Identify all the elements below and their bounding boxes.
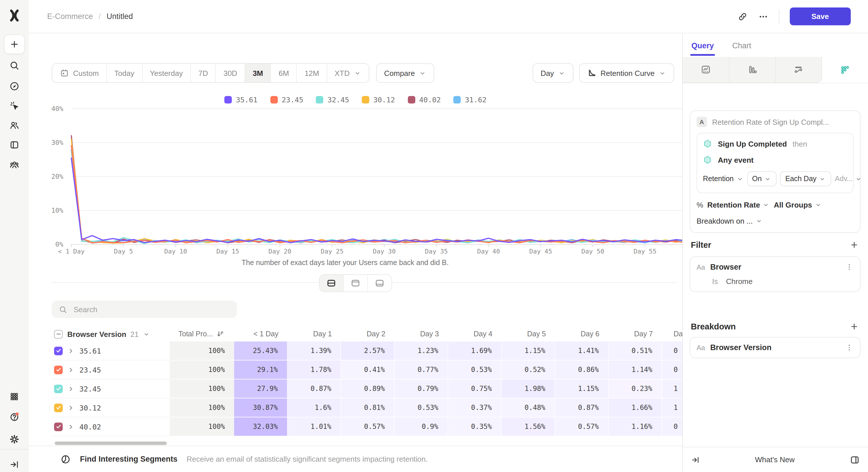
filter-value[interactable]: Chrome	[726, 277, 753, 286]
day-column-header[interactable]: < 1 Day	[234, 327, 288, 341]
nav-search-icon[interactable]	[5, 57, 24, 74]
retention-cell[interactable]: 0.35%	[448, 417, 502, 436]
retention-cell[interactable]: 0.48%	[502, 398, 555, 417]
report-tab-insights[interactable]	[683, 57, 730, 83]
panel-layout-icon[interactable]	[849, 454, 860, 465]
legend-item[interactable]: 30.12	[362, 95, 395, 104]
horizontal-scrollbar[interactable]	[52, 441, 682, 445]
retention-cell[interactable]: 1.15%	[502, 341, 555, 361]
retention-cell[interactable]: 2.57%	[341, 341, 395, 361]
breadcrumb-project[interactable]: E-Commerce	[47, 12, 93, 21]
retention-cell[interactable]: 0.77%	[395, 361, 448, 379]
sort-icon[interactable]	[216, 330, 225, 338]
retention-cell[interactable]: 0.37%	[448, 398, 502, 417]
retention-cell[interactable]: 1.69%	[448, 341, 502, 361]
retention-on-dropdown[interactable]: On	[747, 171, 777, 186]
nav-apps-grid-icon[interactable]	[5, 388, 24, 405]
filter-card[interactable]: Aa Browser Is Chrome	[690, 257, 861, 292]
kebab-menu-icon[interactable]	[845, 343, 854, 352]
nav-settings-icon[interactable]	[5, 431, 24, 448]
retention-cell[interactable]: 0.51%	[609, 341, 662, 361]
row-label[interactable]: 40.02	[80, 422, 101, 431]
retention-cell[interactable]: 1.78%	[288, 361, 341, 379]
retention-cell[interactable]: 25.43%	[234, 341, 288, 361]
search-input[interactable]	[72, 304, 230, 314]
range-12m-button[interactable]: 12M	[297, 64, 327, 82]
day-column-header[interactable]: Day 5	[502, 327, 555, 341]
report-tab-bars[interactable]	[730, 57, 776, 83]
retention-cell[interactable]: 1.98%	[502, 379, 555, 398]
day-column-header[interactable]: Day 1	[288, 327, 341, 341]
retention-cell[interactable]: 1.15%	[555, 379, 609, 398]
retention-cell[interactable]: 1.16%	[609, 417, 662, 436]
range-30d-button[interactable]: 30D	[216, 64, 245, 82]
retention-cell[interactable]: 0.87%	[288, 379, 341, 398]
advanced-dropdown[interactable]: Adv...	[835, 175, 863, 183]
total-cell[interactable]: 100%	[170, 398, 234, 417]
retention-cell[interactable]: 1.23%	[395, 341, 448, 361]
retention-cell[interactable]: 0.9%	[395, 417, 448, 436]
layout-bottom-toggle[interactable]	[368, 275, 392, 292]
retention-cell[interactable]: 0.57%	[555, 417, 609, 436]
range-7d-button[interactable]: 7D	[191, 64, 216, 82]
group-column-header[interactable]: Browser Version21	[67, 330, 150, 338]
retention-cell[interactable]: 32.03%	[234, 417, 288, 436]
kebab-menu-icon[interactable]	[845, 263, 854, 271]
expand-row-icon[interactable]	[67, 404, 75, 411]
retention-cell[interactable]: 1.39%	[288, 341, 341, 361]
save-button[interactable]: Save	[789, 7, 851, 25]
row-checkbox[interactable]	[54, 365, 63, 374]
legend-item[interactable]: 35.61	[224, 95, 257, 104]
nav-cohort-icon[interactable]	[5, 156, 24, 174]
tab-chart[interactable]: Chart	[731, 38, 752, 56]
chart-type-button[interactable]: Retention Curve	[579, 63, 674, 83]
collapse-panel-icon[interactable]	[691, 455, 700, 464]
add-breakdown-icon[interactable]	[849, 322, 859, 331]
legend-item[interactable]: 40.02	[407, 95, 441, 104]
row-checkbox[interactable]	[54, 403, 63, 412]
horizontal-scrollbar-thumb[interactable]	[55, 441, 167, 445]
mixpanel-logo-icon[interactable]	[7, 9, 21, 23]
legend-item[interactable]: 23.45	[270, 95, 303, 104]
event-b-row[interactable]: Any event	[703, 155, 847, 164]
retention-cell[interactable]: 0.53%	[395, 398, 448, 417]
expand-sidebar-icon[interactable]	[5, 456, 24, 472]
range-6m-button[interactable]: 6M	[271, 64, 297, 82]
filter-operator[interactable]: Is	[712, 277, 718, 286]
groups-dropdown[interactable]: All Groups	[774, 201, 822, 209]
nav-compass-icon[interactable]	[5, 78, 24, 95]
retention-cell[interactable]: 0.79%	[395, 379, 448, 398]
copy-link-icon[interactable]	[737, 11, 747, 22]
expand-row-icon[interactable]	[67, 366, 75, 373]
expand-row-icon[interactable]	[67, 385, 75, 392]
breakdown-on-dropdown[interactable]: Breakdown on ...	[696, 217, 763, 225]
retention-line-chart[interactable]	[67, 107, 682, 249]
retention-cell[interactable]: 0.57%	[341, 417, 395, 436]
compare-button[interactable]: Compare	[376, 63, 435, 83]
day-column-header[interactable]: Day 2	[341, 327, 395, 341]
filter-property-name[interactable]: Browser	[710, 263, 840, 271]
report-tab-retention-grid[interactable]	[822, 57, 868, 83]
retention-cell[interactable]: 0.87%	[555, 398, 609, 417]
report-tab-flow[interactable]	[776, 57, 822, 83]
row-label[interactable]: 32.45	[80, 384, 101, 393]
interesting-segments-bar[interactable]: Find Interesting Segments Receive an ema…	[29, 445, 682, 472]
total-cell[interactable]: 100%	[170, 361, 234, 379]
range-3m-button[interactable]: 3M	[245, 64, 271, 82]
nav-help-icon[interactable]	[5, 408, 24, 426]
row-label[interactable]: 35.61	[80, 346, 101, 355]
nav-board-icon[interactable]	[5, 136, 24, 154]
expand-row-icon[interactable]	[67, 347, 75, 355]
retention-cell[interactable]: 1.66%	[609, 398, 662, 417]
select-all-checkbox[interactable]	[54, 330, 63, 338]
row-checkbox[interactable]	[54, 384, 63, 393]
retention-cell[interactable]: 1.56%	[502, 417, 555, 436]
day-column-header[interactable]: Day 7	[609, 327, 662, 341]
retention-cell[interactable]: 1.41%	[555, 341, 609, 361]
more-options-icon[interactable]	[758, 11, 768, 22]
retention-cell[interactable]: 27.9%	[234, 379, 288, 398]
total-column-header[interactable]: Total Pro...	[170, 327, 234, 341]
retention-cell[interactable]: 0.23%	[609, 379, 662, 398]
breadcrumb-page-title[interactable]: Untitled	[107, 12, 133, 21]
retention-cell[interactable]: 0.52%	[502, 361, 555, 379]
